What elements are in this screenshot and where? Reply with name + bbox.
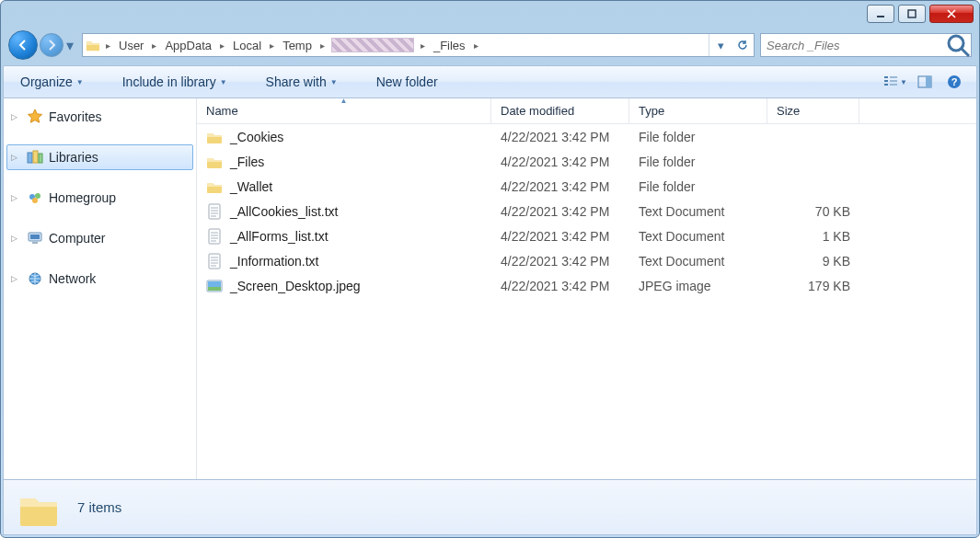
preview-pane-button[interactable] <box>912 70 938 94</box>
breadcrumb-segment[interactable]: _Files <box>428 34 471 56</box>
file-type: File folder <box>629 130 767 144</box>
tree-item-network[interactable]: ▷Network <box>6 266 193 292</box>
file-name: _Files <box>230 155 264 169</box>
computer-icon <box>26 230 44 246</box>
dropdown-icon: ▼ <box>330 78 338 86</box>
file-date: 4/22/2021 3:42 PM <box>491 204 629 219</box>
breadcrumb: User▸AppData▸Local▸Temp▸▸_Files▸ <box>113 34 481 56</box>
search-icon[interactable] <box>945 34 971 56</box>
maximize-button[interactable] <box>898 5 926 23</box>
column-type[interactable]: Type <box>629 98 767 123</box>
file-row[interactable]: _Information.txt4/22/2021 3:42 PMText Do… <box>197 248 976 273</box>
chevron-right-icon[interactable]: ▸ <box>267 40 277 51</box>
file-date: 4/22/2021 3:42 PM <box>491 279 629 293</box>
expand-icon[interactable]: ▷ <box>11 274 21 283</box>
file-date: 4/22/2021 3:42 PM <box>491 130 629 144</box>
svg-rect-18 <box>877 16 884 17</box>
breadcrumb-segment[interactable]: Local <box>227 34 267 56</box>
tree-item-favorites[interactable]: ▷Favorites <box>6 104 193 130</box>
chevron-right-icon[interactable]: ▸ <box>103 40 113 51</box>
expand-icon[interactable]: ▷ <box>11 193 21 202</box>
file-type: File folder <box>629 179 767 194</box>
libraries-icon <box>26 149 44 166</box>
breadcrumb-segment[interactable]: AppData <box>159 34 217 56</box>
new-folder-label: New folder <box>376 74 438 89</box>
tree-item-computer[interactable]: ▷Computer <box>6 225 193 251</box>
organize-label: Organize <box>20 74 73 89</box>
breadcrumb-redacted <box>331 38 414 52</box>
folder-icon <box>206 178 223 195</box>
file-row[interactable]: _Files4/22/2021 3:42 PMFile folder <box>197 149 976 174</box>
share-with-button[interactable]: Share with▼ <box>259 71 345 93</box>
file-row[interactable]: _Screen_Desktop.jpeg4/22/2021 3:42 PMJPE… <box>197 273 976 298</box>
file-size: 179 KB <box>767 279 859 293</box>
tree-item-homegroup[interactable]: ▷Homegroup <box>6 185 193 211</box>
search-box[interactable] <box>760 33 972 57</box>
chevron-right-icon[interactable]: ▸ <box>317 40 328 51</box>
nav-buttons: ▾ <box>8 30 76 60</box>
column-date[interactable]: Date modified <box>491 98 629 123</box>
help-button[interactable]: ? <box>941 70 967 94</box>
chevron-right-icon[interactable]: ▸ <box>149 40 159 51</box>
svg-text:?: ? <box>951 76 958 87</box>
file-row[interactable]: _Cookies4/22/2021 3:42 PMFile folder <box>197 124 976 149</box>
file-date: 4/22/2021 3:42 PM <box>491 155 629 169</box>
chevron-right-icon[interactable]: ▸ <box>418 40 428 51</box>
column-date-label: Date modified <box>501 104 574 118</box>
breadcrumb-segment[interactable]: Temp <box>277 34 317 56</box>
view-options-button[interactable]: ▼ <box>882 70 908 94</box>
file-date: 4/22/2021 3:42 PM <box>491 254 629 269</box>
text-icon <box>206 203 223 220</box>
forward-button[interactable] <box>40 33 63 57</box>
file-name: _Wallet <box>230 179 272 194</box>
window-controls <box>867 5 974 23</box>
dropdown-icon: ▼ <box>900 78 907 86</box>
file-type: Text Document <box>629 229 767 244</box>
file-type: File folder <box>629 155 767 169</box>
organize-button[interactable]: Organize▼ <box>13 71 91 93</box>
file-list-pane: Name ▲ Date modified Type Size _Cookies4… <box>197 98 976 479</box>
file-size: 70 KB <box>767 204 859 219</box>
breadcrumb-segment[interactable]: User <box>113 34 149 56</box>
content-area: ▷Favorites▷Libraries▷Homegroup▷Computer▷… <box>3 98 977 480</box>
history-dropdown[interactable]: ▾ <box>63 33 76 57</box>
file-name: _AllCookies_list.txt <box>230 204 339 219</box>
search-input[interactable] <box>761 39 945 52</box>
file-row[interactable]: _AllCookies_list.txt4/22/2021 3:42 PMTex… <box>197 199 976 223</box>
expand-icon[interactable]: ▷ <box>11 112 21 121</box>
refresh-button[interactable] <box>732 34 754 56</box>
column-name[interactable]: Name ▲ <box>197 98 491 123</box>
close-button[interactable] <box>929 5 974 23</box>
status-bar: 7 items <box>3 480 977 535</box>
image-icon <box>206 278 223 294</box>
expand-icon[interactable]: ▷ <box>11 234 21 243</box>
file-date: 4/22/2021 3:42 PM <box>491 179 629 194</box>
column-name-label: Name <box>206 104 238 118</box>
minimize-button[interactable] <box>867 5 894 23</box>
expand-icon[interactable]: ▷ <box>11 153 21 162</box>
folder-icon <box>206 129 223 145</box>
explorer-window: ▾ ▸ User▸AppData▸Local▸Temp▸▸_Files▸ ▾ <box>0 0 980 538</box>
svg-line-21 <box>962 49 969 56</box>
new-folder-button[interactable]: New folder <box>369 71 445 93</box>
address-dropdown[interactable]: ▾ <box>709 34 732 56</box>
include-in-library-button[interactable]: Include in library▼ <box>115 71 235 93</box>
status-text: 7 items <box>77 499 121 515</box>
address-bar[interactable]: ▸ User▸AppData▸Local▸Temp▸▸_Files▸ ▾ <box>82 33 755 57</box>
navigation-tree[interactable]: ▷Favorites▷Libraries▷Homegroup▷Computer▷… <box>4 98 197 479</box>
sort-indicator-icon: ▲ <box>340 98 348 105</box>
chevron-right-icon[interactable]: ▸ <box>217 40 227 51</box>
dropdown-icon: ▼ <box>220 78 227 86</box>
folder-icon <box>206 154 223 170</box>
svg-point-20 <box>949 36 963 51</box>
file-row[interactable]: _AllForms_list.txt4/22/2021 3:42 PMText … <box>197 223 976 248</box>
file-rows[interactable]: _Cookies4/22/2021 3:42 PMFile folder_Fil… <box>197 124 976 479</box>
text-icon <box>206 253 223 269</box>
tree-item-libraries[interactable]: ▷Libraries <box>6 144 193 170</box>
column-size[interactable]: Size <box>767 98 859 123</box>
file-size: 1 KB <box>767 229 859 244</box>
toolbar: Organize▼ Include in library▼ Share with… <box>3 65 977 98</box>
file-row[interactable]: _Wallet4/22/2021 3:42 PMFile folder <box>197 174 976 199</box>
chevron-right-icon[interactable]: ▸ <box>471 40 481 51</box>
back-button[interactable] <box>8 30 38 60</box>
